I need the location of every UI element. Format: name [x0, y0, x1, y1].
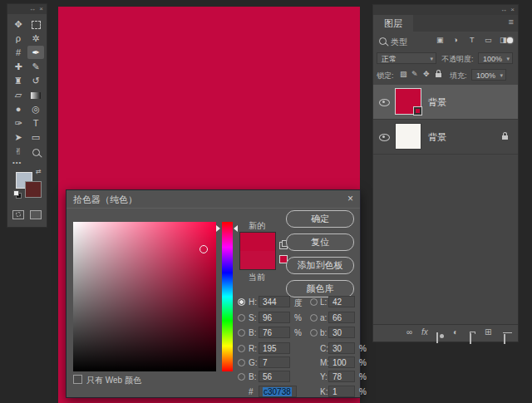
k-input[interactable]: 1: [328, 386, 355, 397]
path-select-tool[interactable]: ➤: [10, 130, 27, 144]
hex-input[interactable]: c30738: [259, 386, 297, 397]
reset-button[interactable]: 复位: [286, 233, 354, 251]
m-input[interactable]: 100: [328, 356, 355, 368]
new-group-icon[interactable]: [470, 333, 471, 344]
lock-all-icon[interactable]: [436, 73, 441, 77]
brush-tool[interactable]: ✎: [27, 60, 44, 73]
pen-tool[interactable]: ✑: [10, 116, 27, 130]
swap-colors-icon[interactable]: ⇄: [36, 168, 42, 175]
web-colors-only-checkbox[interactable]: 只有 Web 颜色: [73, 375, 141, 386]
color-libraries-button[interactable]: 颜色库: [286, 280, 354, 297]
filter-image-icon[interactable]: ▣: [436, 36, 444, 44]
close-panel-icon[interactable]: ×: [510, 6, 515, 13]
add-layer-mask-icon[interactable]: [436, 332, 438, 343]
quick-select-tool[interactable]: ✲: [27, 32, 44, 45]
close-panel-icon[interactable]: ×: [39, 5, 44, 12]
layers-panel: ↔ × 图层 ≡ 类型 ▣ ◑ T ▭ ◨ 正常 ▾ 不透明度: 100% ▾: [372, 4, 519, 342]
blur-tool[interactable]: ●: [10, 102, 27, 115]
y-input[interactable]: 78: [328, 371, 355, 382]
marquee-tool[interactable]: [27, 17, 44, 31]
filter-smart-icon[interactable]: ◨: [500, 36, 507, 44]
screen-mode-icon[interactable]: [30, 210, 42, 219]
r-input[interactable]: 195: [259, 342, 290, 354]
move-tool[interactable]: ✥: [10, 17, 27, 31]
hand-tool[interactable]: ✌: [10, 145, 27, 158]
link-layers-icon[interactable]: ∞: [406, 327, 412, 337]
quick-mask-icon[interactable]: [12, 210, 24, 219]
c-input[interactable]: 30: [328, 342, 355, 354]
layer-name[interactable]: 背景: [428, 131, 446, 144]
more-tools-icon[interactable]: •••: [12, 159, 22, 166]
delete-layer-icon[interactable]: [504, 334, 505, 344]
gradient-tool[interactable]: [27, 88, 44, 101]
layer-row-1[interactable]: 背景: [373, 85, 518, 120]
layer-thumbnail[interactable]: [395, 88, 421, 115]
adjustment-layer-icon[interactable]: ◐: [453, 327, 458, 337]
tab-layers[interactable]: 图层: [373, 15, 413, 32]
filter-toggle[interactable]: [507, 37, 513, 43]
zoom-tool[interactable]: [27, 145, 44, 158]
r-radio[interactable]: [238, 345, 245, 352]
h-input[interactable]: 344: [259, 296, 290, 307]
clone-stamp-tool[interactable]: ♜: [10, 74, 27, 87]
crop-tool[interactable]: #: [10, 46, 27, 59]
lock-transparent-icon[interactable]: ▨: [400, 70, 407, 78]
color-field-marker[interactable]: [200, 245, 208, 253]
layer-thumbnail[interactable]: [395, 123, 421, 150]
fill-select[interactable]: 100% ▾: [471, 69, 506, 81]
rgb-b-input[interactable]: 56: [259, 371, 290, 382]
add-to-swatches-button[interactable]: 添加到色板: [286, 257, 354, 274]
lasso-tool[interactable]: ρ: [10, 32, 27, 45]
collapse-panel-icon[interactable]: ↔: [500, 6, 508, 13]
l-radio[interactable]: [310, 298, 318, 306]
lock-label: 锁定:: [377, 71, 394, 81]
lock-position-icon[interactable]: ✥: [423, 70, 430, 78]
default-colors-icon[interactable]: [13, 190, 22, 199]
layers-panel-header: ↔ ×: [373, 5, 518, 15]
g-input[interactable]: 7: [259, 356, 290, 368]
a-radio[interactable]: [310, 314, 318, 322]
dodge-tool[interactable]: ◎: [27, 102, 44, 115]
ok-button[interactable]: 确定: [286, 210, 354, 228]
b-input[interactable]: 76: [259, 327, 290, 338]
dialog-titlebar[interactable]: 拾色器（纯色） ×: [66, 190, 360, 209]
h-radio[interactable]: [238, 298, 245, 306]
a-input[interactable]: 66: [328, 312, 355, 323]
collapse-panel-icon[interactable]: ↔: [29, 5, 37, 12]
lab-b-radio[interactable]: [310, 329, 318, 337]
filter-kind-dropdown[interactable]: 类型: [391, 37, 407, 48]
opacity-select[interactable]: 100% ▾: [478, 52, 513, 64]
current-color-swatch[interactable]: [240, 251, 275, 269]
blend-mode-select[interactable]: 正常 ▾: [377, 52, 436, 64]
background-color-swatch[interactable]: [25, 181, 42, 198]
eraser-tool[interactable]: ▱: [10, 88, 27, 101]
rgb-b-radio[interactable]: [238, 373, 245, 381]
hue-slider-right-arrow[interactable]: [234, 225, 238, 232]
panel-menu-icon[interactable]: ≡: [509, 17, 514, 27]
healing-tool[interactable]: ✚: [10, 60, 27, 73]
type-tool[interactable]: T: [27, 116, 44, 130]
y-label: Y:: [320, 372, 328, 381]
shape-tool[interactable]: ▭: [27, 130, 44, 144]
layer-row-2[interactable]: 背景: [373, 120, 518, 155]
filter-adjustment-icon[interactable]: ◑: [453, 36, 457, 44]
g-radio[interactable]: [238, 359, 245, 366]
visibility-eye-icon[interactable]: [379, 99, 390, 106]
layer-style-fx-icon[interactable]: fx: [421, 327, 428, 337]
layer-name[interactable]: 背景: [428, 96, 446, 109]
b-radio[interactable]: [238, 329, 245, 337]
history-brush-tool[interactable]: ↺: [27, 74, 44, 87]
eyedropper-tool[interactable]: ✒: [27, 46, 44, 59]
s-input[interactable]: 96: [259, 312, 290, 323]
l-input[interactable]: 42: [328, 296, 355, 307]
tools-panel-header: ↔ ×: [7, 4, 47, 14]
new-layer-icon[interactable]: ⊞: [485, 327, 491, 337]
lock-pixels-icon[interactable]: ✎: [411, 70, 418, 78]
filter-type-icon[interactable]: T: [470, 36, 475, 44]
visibility-eye-icon[interactable]: [379, 134, 390, 141]
filter-shape-icon[interactable]: ▭: [485, 36, 492, 44]
s-radio[interactable]: [238, 314, 245, 322]
dialog-close-icon[interactable]: ×: [347, 193, 353, 204]
lab-b-input[interactable]: 30: [328, 327, 355, 338]
hue-slider-left-arrow[interactable]: [216, 225, 220, 232]
